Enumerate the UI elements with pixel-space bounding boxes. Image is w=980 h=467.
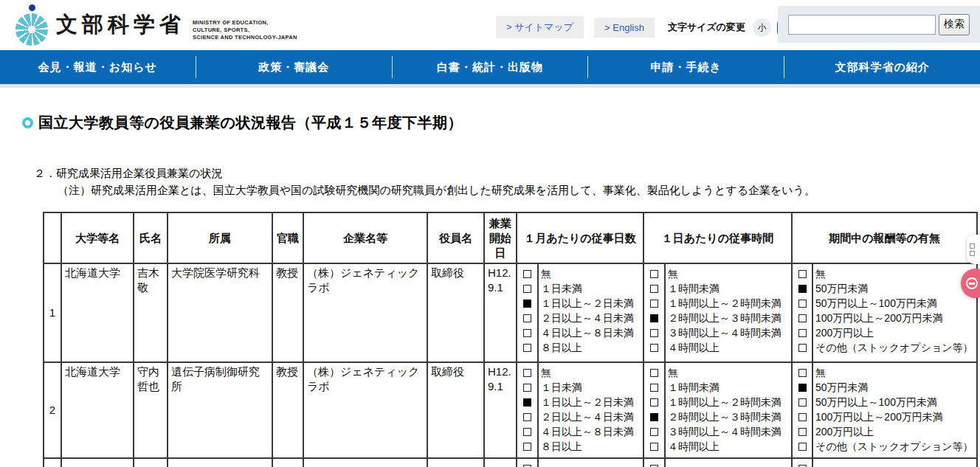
option-label: ３時間以上～４時間未満 [668,424,790,439]
cell-company: （株）ジェネティック ラボ [303,263,427,362]
checkbox[interactable] [523,344,531,352]
option-label: １日以上～２日未満 [541,296,641,311]
search-input[interactable] [788,15,936,35]
days-option-column: 無 １日未満 １日以上～２日未満 ２日以上～４日未満 ４日以上～８日未満 ８日以… [538,362,643,458]
cell-start-date: H12. 9.1 [484,362,517,458]
checkbox[interactable] [798,384,807,392]
subtitle-line: MINISTRY OF EDUCATION, [193,19,297,27]
checkbox[interactable] [650,270,658,278]
english-link[interactable]: > English [594,18,655,38]
cell-name [134,458,168,467]
option-label: ２日以上～４日未満 [541,311,641,325]
page-title: 国立大学教員等の役員兼業の状況報告（平成１５年度下半期） [38,113,463,133]
title-bullet-icon [22,117,33,128]
nav-item-publications[interactable]: 白書・統計・出版物 [393,50,588,84]
checkbox[interactable] [523,369,531,377]
cell-role: 取締役 [427,362,484,458]
page-title-row: 国立大学教員等の役員兼業の状況報告（平成１５年度下半期） [22,113,463,133]
checkbox[interactable] [650,369,658,377]
checkbox[interactable] [650,398,658,407]
checkbox[interactable] [523,465,531,467]
checkbox[interactable] [798,314,807,322]
option-label: １日未満 [541,281,641,296]
hours-checkbox-column [643,263,665,362]
checkbox[interactable] [523,300,531,308]
hours-checkbox-column [643,362,665,458]
table-row: 2 北海道大学 守内 哲也 遺伝子病制御研究所 教授 （株）ジェネティック ラボ… [44,362,977,458]
sitemap-link[interactable]: > サイトマップ [496,16,584,38]
subtitle-line: CULTURE, SPORTS, [193,27,297,34]
site-title[interactable]: 文部科学省 [56,10,185,40]
checkbox[interactable] [798,413,807,421]
site-subtitle: MINISTRY OF EDUCATION, CULTURE, SPORTS, … [193,9,297,41]
checkbox[interactable] [523,428,531,436]
search-button[interactable]: 検索 [939,14,970,35]
col-header-days-per-month: １月あたりの従事日数 [517,212,643,263]
checkbox[interactable] [650,413,658,421]
checkbox[interactable] [798,443,807,451]
nav-item-policy[interactable]: 政策・審議会 [196,50,392,84]
option-label: 無 [815,266,975,281]
checkbox[interactable] [650,300,658,308]
search-panel: 検索 [778,6,980,43]
checkbox[interactable] [798,428,807,436]
checkbox[interactable] [523,270,531,278]
checkbox[interactable] [650,329,658,337]
checkbox[interactable] [798,300,807,308]
checkbox[interactable] [798,329,807,337]
cell-start-date [484,458,517,467]
font-size-small-button[interactable]: 小 [753,18,771,37]
checkbox[interactable] [650,384,658,392]
option-label: 無 [668,266,790,281]
cell-position [272,458,303,467]
checkbox[interactable] [650,344,658,352]
cell-name: 守内 哲也 [134,362,168,458]
header-utility-bar: > サイトマップ > English 文字サイズの変更 小 中 大 [496,16,826,38]
days-checkbox-column [517,362,538,458]
checkbox[interactable] [650,465,658,467]
checkbox[interactable] [798,344,807,352]
checkbox[interactable] [523,398,531,407]
checkbox[interactable] [798,465,807,467]
checkbox[interactable] [798,398,807,407]
option-label: 無 [541,266,641,281]
option-label: 100万円以上～200万円未満 [815,409,975,424]
checkbox[interactable] [523,329,531,337]
row-number: 1 [44,263,61,362]
checkbox[interactable] [650,314,658,322]
checkbox[interactable] [523,285,531,293]
checkbox[interactable] [523,413,531,421]
option-label: １時間以上～２時間未満 [668,296,790,311]
hours-option-column: 無 １時間未満 １時間以上～２時間未満 ２時間以上～３時間未満 ３時間以上～４時… [665,263,792,362]
option-label: 無 [815,365,975,380]
checkbox[interactable] [798,270,807,278]
checkbox[interactable] [523,443,531,451]
cell-role [427,458,484,467]
nav-item-about[interactable]: 文部科学省の紹介 [784,50,980,84]
font-size-label: 文字サイズの変更 [668,21,745,34]
col-header-index [44,212,61,263]
col-header-position: 官職 [272,212,303,263]
option-label: 50万円未満 [815,281,975,296]
checkbox[interactable] [650,428,658,436]
checkbox[interactable] [650,443,658,451]
cell-name: 吉木 敬 [134,263,168,362]
checkbox[interactable] [650,285,658,293]
checkbox[interactable] [798,369,807,377]
cell-company: （株）ジェネティック ラボ [303,362,427,458]
section-note: （注）研究成果活用企業とは、国立大学教員や国の試験研究機関の研究職員が創出した研… [58,184,815,198]
option-label: ２時間以上～３時間未満 [668,311,790,325]
side-panel-handle[interactable] [967,235,980,264]
checkbox[interactable] [523,314,531,322]
subtitle-line: SCIENCE AND TECHNOLOGY-JAPAN [193,34,297,41]
mext-logo-icon[interactable] [15,4,49,46]
nav-item-press[interactable]: 会見・報道・お知らせ [0,50,196,84]
page: 文部科学省 MINISTRY OF EDUCATION, CULTURE, SP… [0,0,980,467]
cell-affiliation [168,458,272,467]
nav-item-procedures[interactable]: 申請・手続き [588,50,784,84]
checkbox[interactable] [798,285,807,293]
option-label: １時間未満 [668,281,790,296]
checkbox[interactable] [523,384,531,392]
option-label: 100万円以上～200万円未満 [815,311,975,325]
option-label: 無 [668,365,790,380]
